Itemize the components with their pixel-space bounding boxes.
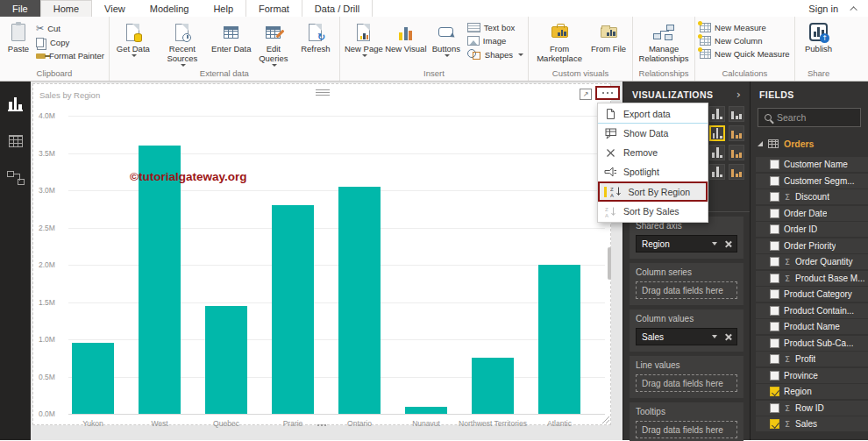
field-checkbox[interactable] (770, 176, 779, 186)
field-checkbox[interactable] (770, 209, 779, 218)
field-checkbox[interactable] (770, 403, 779, 413)
tab-view[interactable]: View (92, 0, 138, 17)
field-checkbox[interactable] (770, 322, 779, 331)
field-row-profit[interactable]: ΣProfit (756, 352, 868, 366)
field-checkbox[interactable] (770, 306, 779, 316)
new-visual-button[interactable]: New Visual (385, 18, 427, 54)
paste-button[interactable]: Paste (3, 18, 34, 54)
visual-drag-handle[interactable] (316, 88, 330, 97)
bar-yukon[interactable] (72, 343, 114, 414)
visual-type-icon[interactable] (729, 106, 744, 122)
menu-item-show-data[interactable]: Show Data (598, 124, 708, 143)
field-checkbox[interactable] (770, 338, 779, 348)
field-row-product-name[interactable]: ΣProduct Name (756, 319, 868, 334)
from-marketplace-button[interactable]: From Marketplace (531, 18, 587, 64)
focus-mode-icon[interactable]: ↗ (580, 89, 592, 100)
field-checkbox[interactable] (770, 354, 779, 364)
remove-field-icon[interactable] (724, 240, 731, 247)
field-row-sales[interactable]: ΣSales (756, 416, 868, 431)
resize-grip-icon[interactable] (602, 416, 609, 423)
tab-data-drill[interactable]: Data / Drill (302, 0, 373, 17)
chevron-down-icon[interactable] (712, 242, 717, 245)
bar-west[interactable] (139, 146, 181, 414)
field-row-product-base-m[interactable]: ΣProduct Base M... (756, 271, 868, 286)
copy-button[interactable]: Copy (36, 38, 104, 47)
visual-type-icon[interactable] (709, 106, 725, 122)
new-page-button[interactable]: New Page (343, 18, 385, 57)
resize-handle-bottom[interactable] (317, 424, 326, 426)
visual-type-icon[interactable] (729, 145, 744, 160)
buttons-button[interactable]: Buttons (427, 18, 466, 57)
recent-sources-button[interactable]: Recent Sources (154, 18, 210, 67)
search-input[interactable] (777, 112, 856, 123)
manage-relationships-button[interactable]: Manage Relationships (636, 18, 692, 64)
drop-field-target[interactable]: Drag data fields here (636, 281, 737, 299)
model-view-icon[interactable] (7, 171, 25, 185)
bar-quebec[interactable] (205, 306, 247, 414)
field-pill-sales[interactable]: Sales (636, 328, 737, 345)
field-row-customer-name[interactable]: ΣCustomer Name (756, 157, 868, 172)
field-row-product-category[interactable]: ΣProduct Category (756, 287, 868, 302)
text-box-button[interactable]: Text box (467, 23, 523, 32)
visual-type-icon[interactable] (729, 164, 744, 180)
drop-field-target[interactable]: Drag data fields here (636, 374, 737, 392)
field-checkbox[interactable] (770, 274, 779, 283)
bar-nunavut[interactable] (405, 407, 447, 415)
field-checkbox[interactable] (770, 224, 779, 234)
enter-data-button[interactable]: Enter Data (210, 18, 253, 54)
field-row-discount[interactable]: ΣDiscount (756, 189, 868, 204)
tab-home[interactable]: Home (40, 0, 92, 17)
from-file-button[interactable]: From File (587, 18, 630, 54)
bar-atlantic[interactable] (538, 265, 580, 414)
new-quick-measure-button[interactable]: New Quick Measure (700, 49, 790, 59)
field-checkbox[interactable] (770, 192, 779, 202)
field-row-customer-segm[interactable]: ΣCustomer Segm... (756, 174, 868, 188)
publish-button[interactable]: ↑ Publish (798, 18, 840, 54)
data-view-icon[interactable] (9, 135, 23, 147)
visual-more-options-button[interactable] (595, 86, 620, 100)
tab-file[interactable]: File (0, 0, 40, 17)
search-box[interactable] (758, 108, 861, 127)
report-canvas[interactable]: Sales by Region 0.0M0.5M1.0M1.5M2.0M2.5M… (31, 82, 623, 440)
format-painter-button[interactable]: Format Painter (36, 51, 104, 60)
field-row-product-sub-ca[interactable]: ΣProduct Sub-Ca... (756, 336, 868, 351)
tab-help[interactable]: Help (201, 0, 245, 17)
chevron-down-icon[interactable] (712, 335, 717, 338)
visual-type-icon[interactable] (709, 145, 725, 160)
field-row-order-quantity[interactable]: ΣOrder Quantity (756, 254, 868, 269)
visual-type-icon[interactable] (709, 164, 725, 180)
visual-type-icon[interactable] (729, 125, 744, 141)
shapes-button[interactable]: Shapes (467, 49, 523, 60)
visual-scrollbar[interactable] (608, 247, 611, 280)
remove-field-icon[interactable] (724, 333, 731, 340)
collapse-ribbon-icon[interactable] (850, 6, 857, 13)
field-checkbox[interactable] (770, 371, 779, 381)
bar-northwest-territories[interactable] (472, 358, 514, 414)
sign-in-button[interactable]: Sign in (808, 4, 838, 14)
table-orders[interactable]: Orders (758, 136, 861, 151)
field-row-order-id[interactable]: ΣOrder ID (756, 222, 868, 237)
report-view-icon[interactable] (8, 97, 23, 111)
field-checkbox[interactable] (770, 419, 779, 429)
field-checkbox[interactable] (770, 160, 779, 169)
field-row-order-priority[interactable]: ΣOrder Priority (756, 238, 868, 253)
menu-item-spotlight[interactable]: Spotlight (598, 162, 708, 181)
new-measure-button[interactable]: New Measure (700, 23, 790, 32)
tab-format[interactable]: Format (245, 0, 302, 17)
edit-queries-button[interactable]: Edit Queries (253, 18, 295, 67)
field-row-order-date[interactable]: ΣOrder Date (756, 206, 868, 221)
field-checkbox[interactable] (770, 387, 779, 396)
collapse-pane-icon[interactable]: › (736, 90, 741, 99)
visual-type-icon-line-and-clustered-column-chart[interactable] (709, 125, 725, 141)
image-button[interactable]: Image (467, 36, 523, 46)
field-row-row-id[interactable]: ΣRow ID (756, 401, 868, 416)
field-checkbox[interactable] (770, 241, 779, 251)
refresh-button[interactable]: ↻ Refresh (295, 18, 337, 54)
cut-button[interactable]: ✂Cut (36, 23, 104, 34)
field-row-product-contain[interactable]: ΣProduct Contain... (756, 303, 868, 318)
field-pill-region[interactable]: Region (636, 235, 737, 253)
menu-item-remove[interactable]: Remove (598, 143, 708, 162)
field-row-region[interactable]: ΣRegion (756, 384, 868, 399)
field-checkbox[interactable] (770, 289, 779, 299)
menu-item-sort-by-region[interactable]: ZASort By Region (598, 181, 708, 202)
